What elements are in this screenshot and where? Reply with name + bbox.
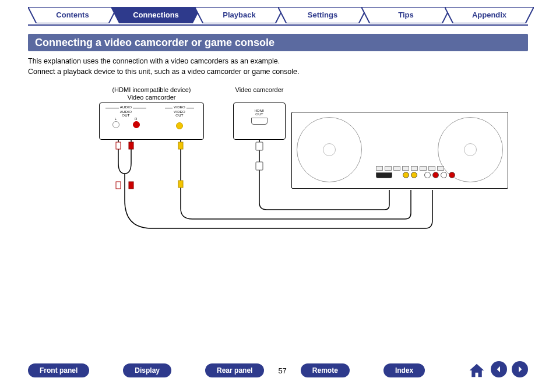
arrow-left-icon[interactable] <box>491 361 507 377</box>
nav-rear-panel[interactable]: Rear panel <box>205 363 264 377</box>
rca-audio-l-icon <box>441 172 447 178</box>
device2-name: Video camcorder <box>233 86 286 94</box>
tab-label: Contents <box>56 10 89 19</box>
tab-label: Playback <box>223 10 255 19</box>
tab-settings[interactable]: Settings <box>278 7 367 23</box>
svg-rect-13 <box>256 162 263 170</box>
svg-rect-11 <box>178 181 183 188</box>
nav-label: Remote <box>312 366 338 375</box>
rear-ports <box>376 166 501 186</box>
nav-display[interactable]: Display <box>123 363 171 377</box>
bottom-nav: Front panel Display Rear panel 57 Remote… <box>28 362 528 379</box>
tab-label: Connections <box>133 10 179 19</box>
video-out-group: VIDEO VIDEO OUT <box>165 105 194 132</box>
nav-icons <box>467 361 528 380</box>
speaker-icon <box>297 117 362 182</box>
paragraph: This explanation uses the connection wit… <box>28 56 528 66</box>
label-audio: AUDIO <box>119 105 133 109</box>
top-tabs: Contents Connections Playback Settings T… <box>28 7 528 26</box>
tab-appendix[interactable]: Appendix <box>445 7 534 23</box>
arrow-right-icon[interactable] <box>512 361 528 377</box>
device2-box: HDMI OUT <box>233 103 286 140</box>
body-text: This explanation uses the connection wit… <box>28 56 528 77</box>
device1-box: AUDIO AUDIO OUT LR VIDEO VIDEO OUT <box>99 103 204 140</box>
section-title-text: Connecting a video camcorder or game con… <box>35 37 275 48</box>
nav-front-panel[interactable]: Front panel <box>28 363 89 377</box>
svg-rect-12 <box>256 142 263 150</box>
label-video: VIDEO <box>173 105 186 109</box>
audio-jack-l-icon <box>112 121 119 128</box>
device1-note: (HDMI incompatible device) <box>99 86 204 94</box>
device1-group: (HDMI incompatible device) Video camcord… <box>99 86 204 140</box>
page-number: 57 <box>278 366 286 375</box>
nav-label: Front panel <box>40 366 78 375</box>
nav-index[interactable]: Index <box>383 363 425 377</box>
tab-contents[interactable]: Contents <box>28 7 117 23</box>
rca-audio-r-icon <box>432 172 439 178</box>
video-jack-icon <box>176 122 183 129</box>
audio-jack-r-icon <box>133 121 140 128</box>
tab-label: Appendix <box>472 10 506 19</box>
nav-label: Display <box>135 366 160 375</box>
nav-remote[interactable]: Remote <box>301 363 350 377</box>
device1-name: Video camcorder <box>99 94 204 101</box>
device2-group: Video camcorder x HDMI OUT <box>233 86 286 140</box>
connection-diagram: (HDMI incompatible device) Video camcord… <box>99 86 507 249</box>
home-icon[interactable] <box>467 361 486 380</box>
audio-out-group: AUDIO AUDIO OUT LR <box>105 105 146 128</box>
rca-video-icon <box>411 172 417 178</box>
svg-rect-7 <box>129 142 133 149</box>
svg-rect-9 <box>129 182 133 189</box>
svg-rect-6 <box>116 142 121 149</box>
hdmi-in-port-icon <box>376 172 392 178</box>
svg-rect-10 <box>178 142 183 149</box>
tab-tips[interactable]: Tips <box>361 7 451 23</box>
svg-rect-8 <box>116 182 121 189</box>
rca-video-icon <box>403 172 409 178</box>
section-title: Connecting a video camcorder or game con… <box>28 34 528 51</box>
label-r: R <box>135 117 138 121</box>
label-l: L <box>114 117 117 121</box>
tab-label: Tips <box>398 10 414 19</box>
rca-audio-l-icon <box>424 172 431 178</box>
hdmi-port-icon <box>251 118 268 125</box>
receiver-unit <box>291 112 508 189</box>
nav-label: Index <box>395 366 413 375</box>
paragraph: Connect a playback device to this unit, … <box>28 66 528 77</box>
rca-audio-r-icon <box>449 172 455 178</box>
tab-playback[interactable]: Playback <box>195 7 284 23</box>
hdmi-out-group: HDMI OUT <box>234 109 285 125</box>
tab-connections[interactable]: Connections <box>111 7 200 23</box>
nav-label: Rear panel <box>217 366 252 375</box>
tab-label: Settings <box>308 10 337 19</box>
